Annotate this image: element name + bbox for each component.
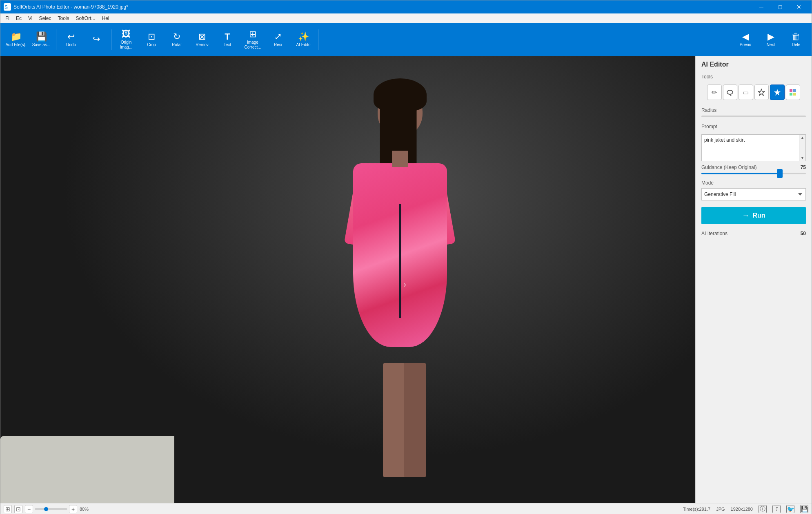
toolbar: 📁 Add File(s). 💾 Save as... ↩ Undo ↪ 🖼 O… [0,23,812,56]
redo-button[interactable]: ↪ [84,25,109,54]
menu-help[interactable]: Hel [99,15,113,22]
scroll-up-arrow[interactable]: ▲ [800,135,805,140]
zoom-out-button[interactable]: − [25,505,33,513]
radius-slider-track[interactable] [701,116,806,117]
image-correction-label: Image Correct... [241,40,264,50]
add-files-label: Add File(s). [5,42,26,47]
social-button[interactable]: 🐦 [786,505,794,513]
maximize-button[interactable]: □ [771,0,790,13]
fit-view-button[interactable]: ⊞ [4,505,12,513]
add-files-button[interactable]: 📁 Add File(s). [4,25,28,54]
brush-tool[interactable]: ✏ [707,85,722,100]
menu-edit[interactable]: Ec [13,15,25,22]
status-left: ⊞ ⊡ − + 80% [4,505,89,513]
guidance-slider-thumb[interactable] [777,169,783,178]
text-button[interactable]: T Text [215,25,240,54]
zoom-level: 80% [80,507,89,512]
menu-tools[interactable]: Tools [55,15,73,22]
toolbar-file-group: 📁 Add File(s). 💾 Save as... [4,25,53,54]
prompt-section: Prompt [696,121,812,134]
person-dress [353,163,447,347]
person-neck [392,151,408,167]
redo-icon: ↪ [93,35,100,44]
menu-bar: Fi Ec Vi Selec Tools SoftOrt... Hel [0,13,812,23]
menu-view[interactable]: Vi [25,15,36,22]
next-button[interactable]: ▶ Next [759,25,783,54]
magic-select-tool[interactable] [754,85,769,100]
delete-icon: 🗑 [792,32,801,41]
image-dimensions: 1920x1280 [731,507,753,512]
toolbar-sep-3 [318,29,318,50]
close-button[interactable]: ✕ [790,0,808,13]
ai-editor-button[interactable]: ✨ AI Edito [291,25,316,54]
tools-label: Tools [701,74,806,80]
chair [0,436,174,503]
svg-marker-4 [758,89,765,96]
mode-select[interactable]: Generative Fill Inpainting Outpainting [701,188,806,200]
position-info: Time(s):291.7 [683,507,710,512]
tools-row: ✏ ▭ [701,82,806,102]
prompt-textarea[interactable]: pink jaket and skirt [702,135,805,159]
run-arrow-icon: → [742,211,749,220]
window-title: SoftOrbits AI Photo Editor - woman-97088… [13,4,752,10]
crop-label: Crop [147,42,156,47]
menu-file[interactable]: Fi [2,15,13,22]
run-label: Run [752,212,765,219]
original-image-button[interactable]: 🖼 Origin Imag... [114,25,138,54]
previous-label: Previo [740,42,751,47]
title-bar: S SoftOrbits AI Photo Editor - woman-970… [0,0,812,13]
lasso-tool[interactable] [723,85,738,100]
svg-marker-5 [774,89,781,96]
delete-button[interactable]: 🗑 Dele [784,25,808,54]
svg-text:S: S [4,4,8,10]
guidance-slider-track[interactable] [701,173,806,174]
scroll-down-arrow[interactable]: ▼ [800,155,805,161]
delete-label: Dele [792,42,801,47]
guidance-section: Guidance (Keep Original) 75 [696,161,812,178]
guidance-slider-fill [701,173,780,174]
previous-button[interactable]: ◀ Previo [733,25,758,54]
main-area: › AI Editor Tools ✏ ▭ [0,56,812,503]
info-button[interactable]: ⓘ [759,505,767,513]
menu-select[interactable]: Selec [36,15,54,22]
zoom-controls: − + [25,505,77,513]
app-window: S SoftOrbits AI Photo Editor - woman-970… [0,0,812,514]
undo-button[interactable]: ↩ Undo [59,25,83,54]
rect-select-tool[interactable]: ▭ [739,85,753,100]
zoom-in-button[interactable]: + [69,505,77,513]
crop-button[interactable]: ⊡ Crop [139,25,164,54]
tools-section: Tools ✏ ▭ [696,71,812,105]
minimize-button[interactable]: ─ [752,0,771,13]
zoom-slider[interactable] [35,508,67,510]
share-button[interactable]: ⤴ [772,505,781,513]
original-image-label: Origin Imag... [115,40,138,50]
select-area-button[interactable]: ⊡ [14,505,22,513]
svg-rect-9 [793,93,796,96]
photo-canvas: › [0,56,695,503]
radius-section: Radius [696,105,812,121]
text-icon: T [225,32,230,41]
save-status-button[interactable]: 💾 [800,505,808,513]
menu-softorbits[interactable]: SoftOrt... [73,15,99,22]
undo-label: Undo [66,42,76,47]
person-body [335,78,465,503]
color-tool[interactable] [786,85,801,100]
rotate-button[interactable]: ↻ Rotat [165,25,189,54]
remove-button[interactable]: ⊠ Remov [190,25,214,54]
panel-title: AI Editor [696,56,812,71]
rotate-label: Rotat [172,42,182,47]
resize-label: Resi [274,42,282,47]
image-correction-button[interactable]: ⊞ Image Correct... [240,25,265,54]
next-icon: ▶ [768,32,774,41]
text-label: Text [224,42,231,47]
run-button[interactable]: → Run [701,207,806,224]
canvas-area[interactable]: › [0,56,695,503]
star-brush-tool[interactable] [770,85,785,100]
previous-icon: ◀ [742,32,749,41]
toolbar-sep-2 [111,29,111,50]
save-as-button[interactable]: 💾 Save as... [29,25,53,54]
guidance-header: Guidance (Keep Original) 75 [701,165,806,170]
status-right: Time(s):291.7 JPG 1920x1280 ⓘ ⤴ 🐦 💾 [683,505,808,513]
file-format: JPG [716,507,725,512]
resize-button[interactable]: ⤢ Resi [266,25,290,54]
